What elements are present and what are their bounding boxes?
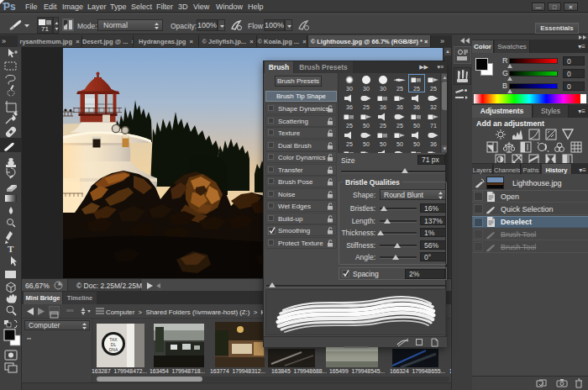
svg-text:50: 50 <box>363 123 370 129</box>
svg-text:50: 50 <box>380 141 386 147</box>
svg-text:25: 25 <box>380 123 386 129</box>
svg-text:50: 50 <box>413 123 420 129</box>
svg-text:36: 36 <box>380 104 386 110</box>
svg-text:36: 36 <box>430 141 437 147</box>
svg-text:50: 50 <box>363 141 370 147</box>
svg-text:25: 25 <box>396 123 403 129</box>
svg-text:30: 30 <box>363 86 370 92</box>
svg-text:25: 25 <box>363 104 370 110</box>
svg-text:30: 30 <box>380 86 386 92</box>
svg-text:DNA: DNA <box>109 347 118 352</box>
svg-text:50: 50 <box>396 141 403 147</box>
svg-text:36: 36 <box>396 104 403 110</box>
svg-text:25: 25 <box>396 86 403 92</box>
svg-text:36: 36 <box>346 104 353 110</box>
svg-text:71: 71 <box>430 123 437 129</box>
svg-text:T: T <box>8 244 14 254</box>
svg-text:25: 25 <box>346 141 353 147</box>
svg-text:50: 50 <box>413 141 420 147</box>
svg-text:25: 25 <box>346 123 353 129</box>
svg-text:32: 32 <box>430 104 437 110</box>
svg-text:25: 25 <box>430 86 437 92</box>
svg-text:36: 36 <box>413 104 420 110</box>
svg-text:30: 30 <box>346 86 353 92</box>
